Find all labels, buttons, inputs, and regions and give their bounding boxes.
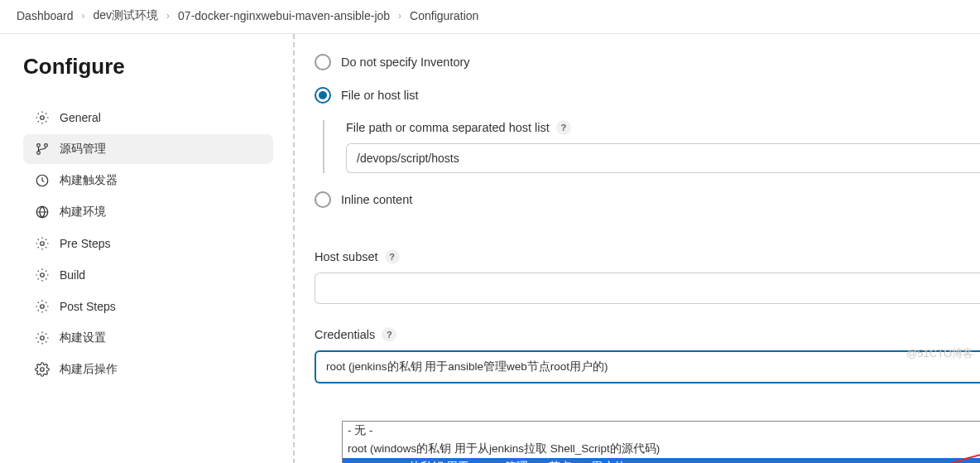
sidebar-item-general[interactable]: General <box>23 103 273 133</box>
sidebar-item-label: 构建设置 <box>60 330 106 345</box>
radio-row-inline: Inline content <box>315 191 980 208</box>
radio-label: Inline content <box>341 193 412 206</box>
svg-point-10 <box>41 368 45 372</box>
dropdown-option-jenkins[interactable]: root (jenkins的私钥 用于ansible管理web节点root用户的… <box>343 458 980 463</box>
vertical-divider <box>293 34 295 463</box>
help-icon[interactable]: ? <box>382 327 396 342</box>
globe-icon <box>35 205 50 219</box>
sidebar: Configure General 源码管理 构建触发器 构建环境 Pre St… <box>0 34 290 463</box>
radio-row-file: File or host list <box>315 87 980 104</box>
clock-icon <box>35 173 50 188</box>
host-subset-section: Host subset ? <box>315 249 980 304</box>
sidebar-item-label: 构建触发器 <box>60 173 118 188</box>
breadcrumb-item-job[interactable]: 07-docker-nginxwebui-maven-ansible-job <box>178 9 390 22</box>
radio-none-inventory[interactable] <box>315 54 331 70</box>
help-icon[interactable]: ? <box>385 249 400 264</box>
sidebar-item-label: 构建环境 <box>60 205 106 219</box>
field-label-row: File path or comma separated host list ? <box>346 120 980 135</box>
page-title: Configure <box>23 54 273 80</box>
svg-point-7 <box>41 273 45 277</box>
host-subset-label: Host subset <box>315 250 378 263</box>
file-path-input[interactable] <box>346 143 980 173</box>
help-icon[interactable]: ? <box>556 120 571 135</box>
svg-point-0 <box>41 116 45 120</box>
sidebar-item-label: Build <box>60 268 85 282</box>
sidebar-item-label: Post Steps <box>60 300 116 313</box>
sidebar-item-triggers[interactable]: 构建触发器 <box>23 166 273 195</box>
gear-icon <box>35 110 50 125</box>
sidebar-item-build-env[interactable]: 构建环境 <box>23 197 273 227</box>
radio-file-inventory[interactable] <box>315 87 331 104</box>
chevron-right-icon: › <box>398 10 401 22</box>
credentials-dropdown: - 无 - root (windows的私钥 用于从jenkins拉取 Shel… <box>342 421 980 463</box>
credentials-label: Credentials <box>315 328 375 341</box>
gear-icon <box>35 330 50 345</box>
gear-icon <box>35 268 50 282</box>
credentials-section: Credentials ? root (jenkins的私钥 用于ansible… <box>315 327 980 383</box>
breadcrumb-item-dashboard[interactable]: Dashboard <box>17 9 74 22</box>
radio-label: Do not specify Inventory <box>341 55 470 69</box>
breadcrumb-item-configuration[interactable]: Configuration <box>410 9 478 22</box>
file-path-label: File path or comma separated host list <box>346 121 550 134</box>
main-content: Do not specify Inventory File or host li… <box>315 34 980 463</box>
svg-point-6 <box>41 242 45 246</box>
host-subset-input[interactable] <box>315 272 980 304</box>
sidebar-item-label: General <box>60 111 101 124</box>
breadcrumb-item-env[interactable]: dev测试环境 <box>94 8 159 23</box>
field-label-row: Credentials ? <box>315 327 980 342</box>
sidebar-item-build[interactable]: Build <box>23 260 273 290</box>
svg-point-1 <box>37 144 41 147</box>
radio-label: File or host list <box>341 89 418 102</box>
gear-complex-icon <box>35 362 50 377</box>
svg-point-9 <box>41 336 45 340</box>
sidebar-item-scm[interactable]: 源码管理 <box>23 134 273 164</box>
radio-row-none: Do not specify Inventory <box>315 54 980 70</box>
sidebar-item-build-settings[interactable]: 构建设置 <box>23 323 273 353</box>
dropdown-option-none[interactable]: - 无 - <box>343 422 980 440</box>
gear-icon <box>35 299 50 314</box>
sidebar-item-post-build[interactable]: 构建后操作 <box>23 354 273 384</box>
radio-inline-inventory[interactable] <box>315 191 331 208</box>
svg-point-8 <box>41 305 45 309</box>
sidebar-item-pre-steps[interactable]: Pre Steps <box>23 229 273 258</box>
svg-point-2 <box>37 152 41 155</box>
chevron-right-icon: › <box>166 10 170 22</box>
sidebar-item-label: 源码管理 <box>60 142 106 157</box>
chevron-right-icon: › <box>82 10 85 22</box>
branch-icon <box>35 142 50 157</box>
sidebar-item-label: 构建后操作 <box>60 362 118 377</box>
svg-point-3 <box>45 144 48 147</box>
sidebar-nav: General 源码管理 构建触发器 构建环境 Pre Steps Build <box>23 103 273 384</box>
sidebar-item-post-steps[interactable]: Post Steps <box>23 292 273 321</box>
sidebar-item-label: Pre Steps <box>60 237 110 250</box>
credentials-select[interactable]: root (jenkins的私钥 用于ansible管理web节点root用户的… <box>315 350 980 383</box>
dropdown-option-windows[interactable]: root (windows的私钥 用于从jenkins拉取 Shell_Scri… <box>343 440 980 458</box>
field-label-row: Host subset ? <box>315 249 980 264</box>
file-inventory-block: File path or comma separated host list ? <box>323 120 980 173</box>
breadcrumb: Dashboard › dev测试环境 › 07-docker-nginxweb… <box>0 0 980 34</box>
gear-icon <box>35 236 50 251</box>
